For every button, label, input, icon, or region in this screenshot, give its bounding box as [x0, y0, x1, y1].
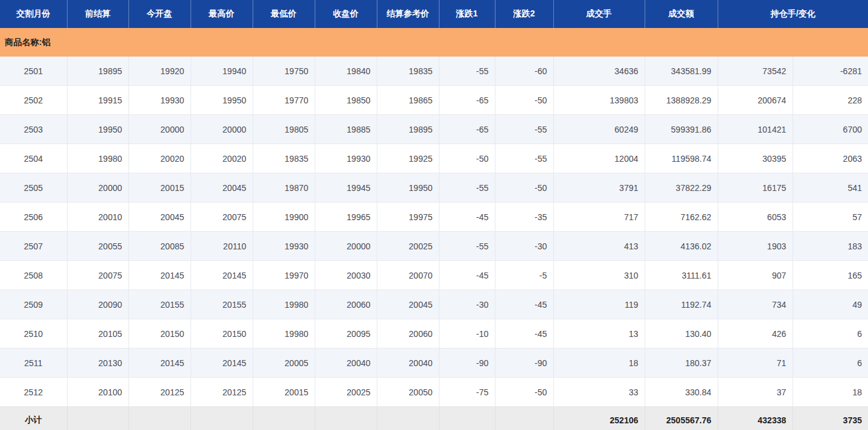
high-cell: 20075: [191, 203, 253, 232]
delivery-month-cell: 2506: [0, 203, 67, 232]
column-header-close: 收盘价: [315, 0, 377, 28]
change2-cell: -55: [495, 144, 553, 173]
change2-cell: -50: [495, 173, 553, 203]
column-header-volume: 成交手: [553, 0, 645, 28]
volume-cell: 18: [553, 349, 645, 378]
change1-cell: -45: [439, 203, 495, 232]
delivery-month-cell: 2509: [0, 290, 67, 319]
prev-settlement-cell: 20010: [67, 203, 128, 232]
change1-cell: -10: [439, 319, 495, 349]
column-header-oi-and-change: 持仓手/变化: [718, 0, 868, 28]
change1-cell: -90: [439, 349, 495, 378]
low-cell: 19835: [253, 144, 315, 173]
turnover-cell: 330.84: [645, 378, 718, 407]
oi-change-cell: 6700: [793, 115, 868, 144]
high-cell: 19950: [191, 86, 253, 115]
commodity-group-row: 商品名称:铝: [0, 28, 868, 57]
turnover-cell: 130.40: [645, 319, 718, 349]
delivery-month-cell: 2511: [0, 349, 67, 378]
subtotal-oi-change: 3735: [793, 407, 868, 430]
oi-change-cell: -6281: [793, 57, 868, 86]
change2-cell: -5: [495, 261, 553, 290]
close-cell: 19885: [315, 115, 377, 144]
subtotal-empty-cell: [377, 407, 439, 430]
volume-cell: 60249: [553, 115, 645, 144]
high-cell: 20145: [191, 349, 253, 378]
volume-cell: 413: [553, 232, 645, 261]
open-cell: 20145: [128, 349, 191, 378]
settlement-ref-cell: 20025: [377, 232, 439, 261]
table-row: 2504199802002020020198351993019925-50-55…: [0, 144, 868, 173]
oi-change-cell: 541: [793, 173, 868, 203]
open-interest-cell: 200674: [718, 86, 793, 115]
turnover-cell: 1388928.29: [645, 86, 718, 115]
delivery-month-cell: 2507: [0, 232, 67, 261]
column-header-settlement-ref: 结算参考价: [377, 0, 439, 28]
high-cell: 20020: [191, 144, 253, 173]
turnover-cell: 119598.74: [645, 144, 718, 173]
open-interest-cell: 30395: [718, 144, 793, 173]
delivery-month-cell: 2510: [0, 319, 67, 349]
settlement-ref-cell: 20060: [377, 319, 439, 349]
settlement-ref-cell: 19975: [377, 203, 439, 232]
table-row: 2509200902015520155199802006020045-30-45…: [0, 290, 868, 319]
open-cell: 19920: [128, 57, 191, 86]
table-row: 2508200752014520145199702003020070-45-53…: [0, 261, 868, 290]
prev-settlement-cell: 20090: [67, 290, 128, 319]
settlement-ref-cell: 19895: [377, 115, 439, 144]
table-body: 商品名称:铝 250119895199201994019750198401983…: [0, 28, 868, 430]
oi-change-cell: 228: [793, 86, 868, 115]
subtotal-empty-cell: [191, 407, 253, 430]
low-cell: 19750: [253, 57, 315, 86]
subtotal-label: 小计: [0, 407, 67, 430]
change2-cell: -45: [495, 319, 553, 349]
open-cell: 20150: [128, 319, 191, 349]
close-cell: 20030: [315, 261, 377, 290]
close-cell: 19945: [315, 173, 377, 203]
change2-cell: -50: [495, 378, 553, 407]
oi-change-cell: 6: [793, 349, 868, 378]
volume-cell: 13: [553, 319, 645, 349]
open-interest-cell: 426: [718, 319, 793, 349]
low-cell: 19770: [253, 86, 315, 115]
change1-cell: -55: [439, 173, 495, 203]
high-cell: 20110: [191, 232, 253, 261]
turnover-cell: 3111.61: [645, 261, 718, 290]
open-interest-cell: 73542: [718, 57, 793, 86]
change1-cell: -45: [439, 261, 495, 290]
open-cell: 20015: [128, 173, 191, 203]
open-cell: 20020: [128, 144, 191, 173]
low-cell: 19980: [253, 290, 315, 319]
change2-cell: -90: [495, 349, 553, 378]
turnover-cell: 343581.99: [645, 57, 718, 86]
oi-change-cell: 49: [793, 290, 868, 319]
open-cell: 20145: [128, 261, 191, 290]
low-cell: 19930: [253, 232, 315, 261]
low-cell: 20005: [253, 349, 315, 378]
prev-settlement-cell: 19980: [67, 144, 128, 173]
prev-settlement-cell: 20000: [67, 173, 128, 203]
high-cell: 20145: [191, 261, 253, 290]
settlement-ref-cell: 19865: [377, 86, 439, 115]
table-header-row: 交割月份前结算今开盘最高价最低价收盘价结算参考价涨跌1涨跌2成交手成交额持仓手/…: [0, 0, 868, 28]
open-interest-cell: 71: [718, 349, 793, 378]
column-header-open: 今开盘: [128, 0, 191, 28]
futures-quotes-table: 交割月份前结算今开盘最高价最低价收盘价结算参考价涨跌1涨跌2成交手成交额持仓手/…: [0, 0, 868, 430]
settlement-ref-cell: 20050: [377, 378, 439, 407]
oi-change-cell: 183: [793, 232, 868, 261]
table-row: 2506200102004520075199001996519975-45-35…: [0, 203, 868, 232]
turnover-cell: 37822.29: [645, 173, 718, 203]
prev-settlement-cell: 20130: [67, 349, 128, 378]
delivery-month-cell: 2501: [0, 57, 67, 86]
high-cell: 20125: [191, 378, 253, 407]
prev-settlement-cell: 19950: [67, 115, 128, 144]
settlement-ref-cell: 20070: [377, 261, 439, 290]
volume-cell: 119: [553, 290, 645, 319]
close-cell: 20060: [315, 290, 377, 319]
close-cell: 20095: [315, 319, 377, 349]
turnover-cell: 180.37: [645, 349, 718, 378]
open-interest-cell: 907: [718, 261, 793, 290]
oi-change-cell: 165: [793, 261, 868, 290]
delivery-month-cell: 2508: [0, 261, 67, 290]
turnover-cell: 7162.62: [645, 203, 718, 232]
